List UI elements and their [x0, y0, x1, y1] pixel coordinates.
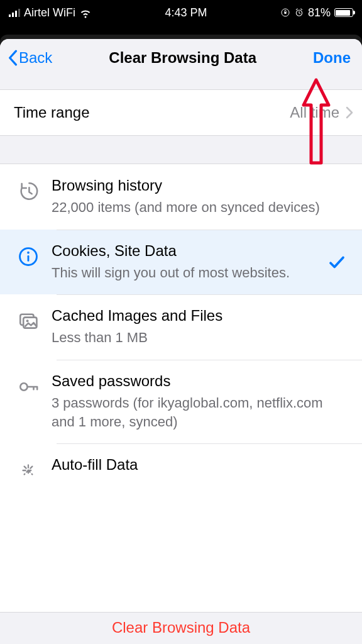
battery-percent: 81% — [308, 6, 331, 19]
row-subtitle: This will sign you out of most websites. — [52, 264, 317, 282]
done-button[interactable]: Done — [313, 49, 351, 67]
wifi-icon — [79, 6, 92, 19]
signal-icon — [9, 8, 20, 17]
status-bar: Airtel WiFi 4:43 PM 81% — [0, 0, 362, 25]
clear-action-bar[interactable]: Clear Browsing Data — [0, 612, 362, 644]
row-title: Cookies, Site Data — [52, 242, 317, 260]
back-label: Back — [19, 49, 52, 67]
chevron-left-icon — [8, 50, 18, 66]
time-range-value: All time — [290, 104, 339, 121]
row-browsing-history[interactable]: Browsing history 22,000 items (and more … — [0, 164, 362, 230]
alarm-icon — [294, 8, 304, 18]
key-icon — [14, 372, 43, 397]
row-autofill[interactable]: Auto-fill Data — [0, 443, 362, 494]
history-icon — [14, 177, 43, 202]
row-title: Auto-fill Data — [52, 456, 348, 474]
settings-sheet: Back Clear Browsing Data Done Time range… — [0, 39, 362, 644]
status-left: Airtel WiFi — [9, 6, 92, 19]
row-cached-images[interactable]: Cached Images and Files Less than 1 MB — [0, 294, 362, 360]
row-subtitle: Less than 1 MB — [52, 328, 348, 347]
checkmark-icon — [326, 253, 348, 272]
time-range-row[interactable]: Time range All time — [0, 90, 362, 135]
battery-icon — [334, 8, 353, 17]
row-title: Browsing history — [52, 177, 348, 194]
orientation-lock-icon — [280, 8, 290, 18]
row-subtitle: 22,000 items (and more on synced devices… — [52, 198, 348, 217]
row-title: Saved passwords — [52, 372, 348, 390]
data-type-list: Browsing history 22,000 items (and more … — [0, 164, 362, 644]
nav-bar: Back Clear Browsing Data Done — [0, 39, 362, 89]
svg-point-4 — [27, 251, 30, 253]
svg-rect-1 — [284, 12, 286, 14]
carrier-label: Airtel WiFi — [24, 6, 75, 19]
page-title: Clear Browsing Data — [109, 49, 256, 67]
chevron-right-icon — [346, 106, 353, 119]
row-subtitle: 3 passwords (for ikyaglobal.com, netflix… — [52, 394, 348, 431]
back-button[interactable]: Back — [8, 49, 52, 67]
svg-point-8 — [26, 320, 29, 323]
autofill-icon — [14, 456, 43, 481]
status-time: 4:43 PM — [165, 6, 207, 19]
row-title: Cached Images and Files — [52, 307, 348, 325]
svg-rect-5 — [28, 255, 30, 262]
row-cookies[interactable]: Cookies, Site Data This will sign you ou… — [0, 230, 362, 295]
svg-point-9 — [20, 383, 27, 390]
section-gap — [0, 136, 362, 164]
row-saved-passwords[interactable]: Saved passwords 3 passwords (for ikyaglo… — [0, 360, 362, 443]
info-icon — [14, 242, 43, 267]
status-right: 81% — [280, 6, 353, 19]
clear-action-label: Clear Browsing Data — [112, 619, 250, 636]
images-icon — [14, 307, 43, 332]
time-range-label: Time range — [14, 104, 90, 121]
